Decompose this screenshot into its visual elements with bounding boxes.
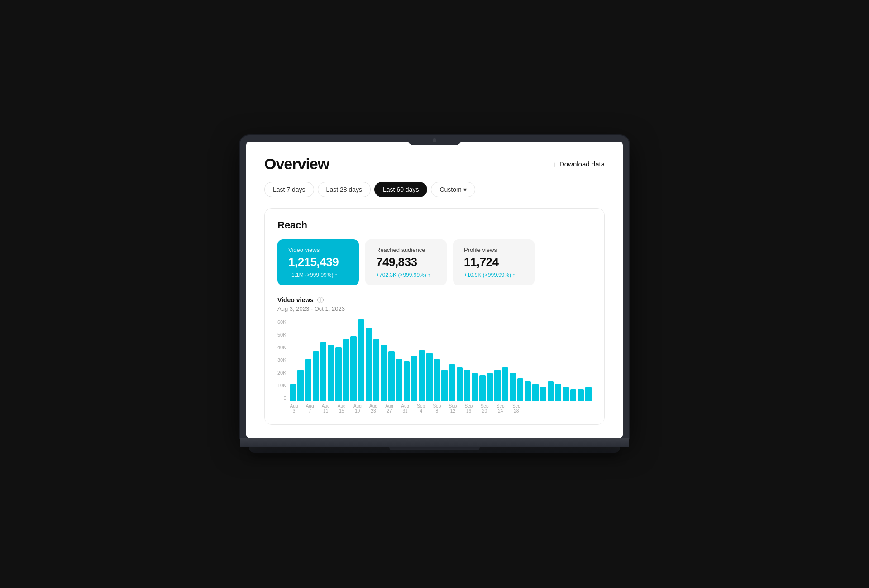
x-axis-label bbox=[426, 403, 431, 413]
x-axis-label bbox=[458, 403, 463, 413]
reached-audience-label: Reached audience bbox=[376, 247, 436, 253]
chart-bar bbox=[555, 384, 561, 401]
x-axis-label bbox=[541, 403, 546, 413]
chart-bar bbox=[426, 353, 433, 401]
chart-bar bbox=[585, 387, 592, 401]
x-axis-label bbox=[395, 403, 400, 413]
chart-bar bbox=[517, 378, 524, 401]
download-button[interactable]: ↓ Download data bbox=[553, 160, 605, 168]
page-title: Overview bbox=[264, 155, 329, 173]
chevron-down-icon: ▾ bbox=[463, 186, 467, 193]
metric-profile-views[interactable]: Profile views 11,724 +10.9K (>999.99%) ↑ bbox=[453, 239, 535, 285]
chart-bar bbox=[320, 342, 327, 401]
x-axis-label bbox=[331, 403, 336, 413]
x-axis-label bbox=[580, 403, 585, 413]
bars-row bbox=[290, 319, 592, 401]
chart-bar bbox=[441, 370, 448, 401]
y-axis-label: 60K bbox=[277, 319, 286, 325]
chart-wrapper: 60K50K40K30K20K10K0 Aug 3Aug 7Aug 11Aug … bbox=[277, 319, 592, 413]
chart-bar bbox=[328, 345, 334, 401]
x-labels-row: Aug 3Aug 7Aug 11Aug 15Aug 19Aug 23Aug 27… bbox=[290, 403, 592, 413]
chart-bar bbox=[472, 373, 478, 401]
chart-bar bbox=[434, 359, 440, 401]
x-axis-label bbox=[347, 403, 352, 413]
filter-last60[interactable]: Last 60 days bbox=[374, 182, 427, 197]
x-axis-label bbox=[506, 403, 511, 413]
chart-bar bbox=[290, 384, 296, 401]
profile-views-change: +10.9K (>999.99%) ↑ bbox=[464, 272, 524, 278]
x-axis-label: Aug 31 bbox=[401, 403, 409, 413]
chart-bar bbox=[457, 367, 463, 401]
chart-bar bbox=[350, 336, 357, 401]
x-axis-label: Sep 12 bbox=[449, 403, 457, 413]
metric-video-views[interactable]: Video views 1,215,439 +1.1M (>999.99%) ↑ bbox=[277, 239, 359, 285]
chart-bar bbox=[305, 359, 311, 401]
x-axis-label bbox=[573, 403, 578, 413]
profile-views-change-text: +10.9K (>999.99%) bbox=[464, 272, 511, 278]
chart-bar bbox=[358, 319, 364, 401]
x-axis-label: Aug 11 bbox=[322, 403, 330, 413]
chart-date-range: Aug 3, 2023 - Oct 1, 2023 bbox=[277, 305, 592, 312]
metric-reached-audience[interactable]: Reached audience 749,833 +702.3K (>999.9… bbox=[365, 239, 447, 285]
page-header: Overview ↓ Download data bbox=[264, 155, 605, 173]
reached-audience-arrow: ↑ bbox=[428, 272, 430, 278]
x-axis-label: Sep 24 bbox=[497, 403, 505, 413]
chart-bar bbox=[570, 389, 577, 401]
x-axis-label bbox=[315, 403, 320, 413]
chart-bar bbox=[313, 351, 319, 401]
x-axis-label: Sep 16 bbox=[465, 403, 473, 413]
y-axis-label: 40K bbox=[277, 345, 286, 350]
chart-bar bbox=[404, 361, 410, 401]
bars-and-x: Aug 3Aug 7Aug 11Aug 15Aug 19Aug 23Aug 27… bbox=[290, 319, 592, 413]
filter-custom[interactable]: Custom ▾ bbox=[431, 182, 475, 197]
x-axis-label bbox=[535, 403, 540, 413]
x-axis-label bbox=[554, 403, 559, 413]
x-axis-label: Aug 15 bbox=[338, 403, 346, 413]
date-filters: Last 7 days Last 28 days Last 60 days Cu… bbox=[264, 182, 605, 197]
chart-bar bbox=[487, 373, 493, 401]
x-axis-label bbox=[363, 403, 368, 413]
x-axis-label bbox=[442, 403, 447, 413]
chart-bar bbox=[540, 387, 546, 401]
chart-bar bbox=[388, 351, 395, 401]
reach-card: Reach Video views 1,215,439 +1.1M (>999.… bbox=[264, 208, 605, 425]
video-views-value: 1,215,439 bbox=[288, 255, 348, 269]
chart-bar bbox=[335, 347, 342, 401]
y-axis-label: 0 bbox=[283, 395, 286, 401]
x-axis-label: Sep 28 bbox=[512, 403, 520, 413]
x-axis-label: Sep 4 bbox=[417, 403, 425, 413]
custom-label: Custom bbox=[439, 186, 461, 193]
x-axis-label bbox=[474, 403, 479, 413]
x-axis-label bbox=[567, 403, 572, 413]
chart-bar bbox=[381, 345, 387, 401]
y-axis: 60K50K40K30K20K10K0 bbox=[277, 319, 290, 401]
chart-bar bbox=[297, 370, 304, 401]
x-axis-label: Aug 3 bbox=[290, 403, 298, 413]
profile-views-arrow: ↑ bbox=[512, 272, 515, 278]
y-axis-label: 10K bbox=[277, 383, 286, 388]
x-axis-label bbox=[411, 403, 415, 413]
download-icon: ↓ bbox=[553, 160, 557, 168]
chart-bar bbox=[563, 387, 569, 401]
x-axis-label: Sep 20 bbox=[481, 403, 489, 413]
chart-bar bbox=[548, 381, 554, 401]
x-axis-label: Aug 19 bbox=[353, 403, 362, 413]
video-views-change: +1.1M (>999.99%) ↑ bbox=[288, 272, 348, 278]
filter-last28[interactable]: Last 28 days bbox=[318, 182, 371, 197]
chart-bar bbox=[419, 350, 425, 401]
chart-bar bbox=[373, 339, 380, 401]
chart-bar bbox=[411, 356, 417, 401]
chart-bar bbox=[479, 375, 486, 401]
chart-bar bbox=[396, 359, 402, 401]
chart-bar bbox=[464, 370, 470, 401]
info-icon[interactable]: i bbox=[317, 297, 324, 303]
chart-bar bbox=[502, 367, 508, 401]
chart-bar bbox=[366, 328, 372, 401]
reached-audience-change-text: +702.3K (>999.99%) bbox=[376, 272, 426, 278]
filter-last7[interactable]: Last 7 days bbox=[264, 182, 314, 197]
y-axis-label: 20K bbox=[277, 370, 286, 375]
profile-views-label: Profile views bbox=[464, 247, 524, 253]
x-axis-label bbox=[528, 403, 533, 413]
video-views-label: Video views bbox=[288, 247, 348, 253]
x-axis-label bbox=[587, 403, 592, 413]
